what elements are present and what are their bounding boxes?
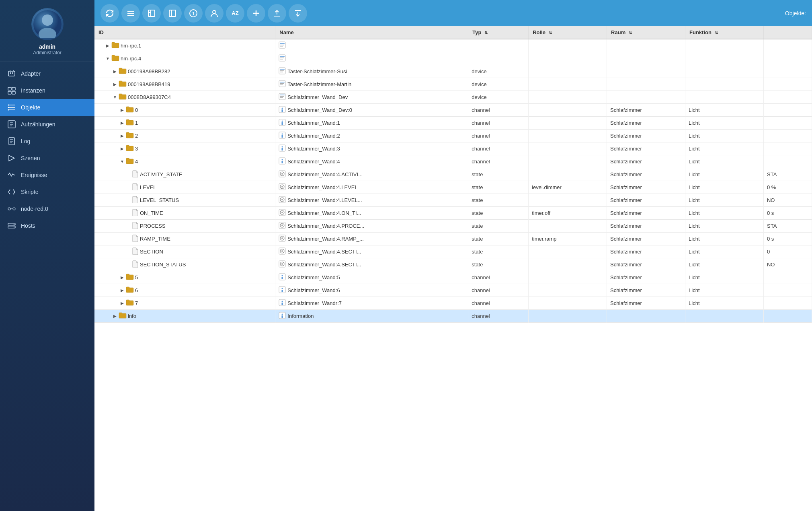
svg-point-16 (8, 107, 9, 108)
collapse-all-button[interactable] (163, 4, 182, 23)
download-button[interactable] (289, 4, 307, 23)
expand-button[interactable]: ▶ (119, 107, 125, 113)
header-typ[interactable]: Typ ⇅ (468, 26, 529, 39)
cell-extra (763, 91, 812, 104)
svg-rect-57 (280, 84, 283, 85)
cell-type: channel (468, 142, 529, 155)
cell-id: ▼ hm-rpc.4 (94, 52, 275, 65)
expand-button[interactable]: ▶ (119, 133, 125, 139)
cell-type: channel (468, 130, 529, 142)
table-row[interactable]: ▶ 5 Schlafzimmer_Wand:5channelSchlafzimm… (94, 271, 812, 284)
add-button[interactable] (247, 4, 265, 23)
table-row[interactable]: ACTIVITY_STATE Schlafzimmer_Wand:4.ACTIV… (94, 168, 812, 181)
objects-table-container[interactable]: ID Name Typ ⇅ Rolle ⇅ (94, 26, 812, 511)
expand-button[interactable]: ▶ (112, 69, 118, 74)
info-icon (279, 119, 286, 127)
header-funktion[interactable]: Funktion ⇅ (685, 26, 764, 39)
sidebar-item-instanzen[interactable]: Instanzen (0, 82, 94, 99)
cell-extra: NO (763, 194, 812, 207)
person-button[interactable] (205, 4, 224, 23)
row-name-text: Schlafzimmer_Wand:4.RAMP_... (287, 236, 364, 242)
expand-button[interactable]: ▼ (112, 95, 118, 100)
cell-type: state (468, 258, 529, 271)
table-row[interactable]: ▶ 0 Schlafzimmer_Wand_Dev:0channelSchlaf… (94, 104, 812, 117)
expand-button[interactable]: ▶ (119, 288, 125, 293)
cell-extra (763, 65, 812, 78)
expand-button[interactable]: ▼ (119, 159, 125, 165)
table-row[interactable]: ON_TIME Schlafzimmer_Wand:4.ON_TI...stat… (94, 207, 812, 220)
table-row[interactable]: ▶ 000198A98BB419 Taster-Schlafzimmer-Mar… (94, 78, 812, 91)
row-name-text: Schlafzimmer_Wand:4.SECTI... (287, 249, 361, 255)
cell-extra: NO (763, 258, 812, 271)
expand-button[interactable]: ▶ (112, 82, 118, 87)
table-row[interactable]: ▶ 7 Schlafzimmer_Wandr:7channelSchlafzim… (94, 297, 812, 310)
table-row[interactable]: LEVEL Schlafzimmer_Wand:4.LEVELstateleve… (94, 181, 812, 194)
table-row[interactable]: ▼ 4 Schlafzimmer_Wand:4channelSchlafzimm… (94, 155, 812, 168)
sidebar-item-label-aufzaehlungen: Aufzählungen (21, 121, 55, 128)
table-row[interactable]: ▶ 1 Schlafzimmer_Wand:1channelSchlafzimm… (94, 117, 812, 130)
expand-button[interactable]: ▼ (105, 56, 111, 62)
svg-rect-8 (8, 87, 11, 90)
table-row[interactable]: SECTION Schlafzimmer_Wand:4.SECTI...stat… (94, 245, 812, 258)
sidebar-item-aufzaehlungen[interactable]: Aufzählungen (0, 116, 94, 133)
expand-button[interactable]: ▶ (105, 43, 111, 49)
cell-extra (763, 117, 812, 130)
sidebar-item-label-instanzen: Instanzen (21, 87, 45, 94)
table-row[interactable]: ▶ 3 Schlafzimmer_Wand:3channelSchlafzimm… (94, 142, 812, 155)
svg-rect-43 (280, 43, 285, 44)
file-icon (132, 170, 139, 179)
sidebar-item-hosts[interactable]: Hosts (0, 217, 94, 234)
expand-all-button[interactable] (142, 4, 161, 23)
header-raum[interactable]: Raum ⇅ (607, 26, 685, 39)
svg-rect-3 (8, 71, 15, 76)
table-row[interactable]: ▶ 2 Schlafzimmer_Wand:2channelSchlafzimm… (94, 130, 812, 142)
sidebar-item-szenen[interactable]: Szenen (0, 150, 94, 167)
svg-point-100 (281, 263, 283, 265)
cell-func: Licht (685, 130, 764, 142)
expand-button[interactable]: ▶ (119, 275, 125, 280)
cell-type: state (468, 168, 529, 181)
list-button[interactable] (121, 4, 140, 23)
sidebar-item-objekte[interactable]: Objekte (0, 99, 94, 116)
header-rolle[interactable]: Rolle ⇅ (529, 26, 607, 39)
table-row[interactable]: RAMP_TIME Schlafzimmer_Wand:4.RAMP_...st… (94, 233, 812, 245)
cell-type: state (468, 181, 529, 194)
row-id-text: SECTION_STATUS (140, 262, 186, 268)
table-row[interactable]: SECTION_STATUS Schlafzimmer_Wand:4.SECTI… (94, 258, 812, 271)
sidebar-item-nodered[interactable]: node-red.0 (0, 200, 94, 217)
table-row[interactable]: ▼ 0008D8A99307C4 Schlafzimmer_Wand_Devde… (94, 91, 812, 104)
cell-room: Schlafzimmer (607, 245, 685, 258)
refresh-button[interactable] (100, 4, 119, 23)
cell-id: SECTION (94, 245, 275, 258)
cell-id: ▶ 000198A98BB282 (94, 65, 275, 78)
number-button[interactable]: 1 (184, 4, 203, 23)
sort-az-button[interactable]: AZ (226, 4, 244, 23)
expand-button[interactable]: ▶ (119, 301, 125, 306)
table-row[interactable]: ▼ hm-rpc.4 (94, 52, 812, 65)
expand-button[interactable]: ▶ (119, 120, 125, 126)
sidebar-item-adapter[interactable]: Adapter (0, 65, 94, 82)
user-profile: admin Administrator (0, 0, 94, 62)
sidebar-item-skripte[interactable]: Skripte (0, 183, 94, 200)
table-row[interactable]: ▶ info Informationchannel (94, 310, 812, 323)
table-row[interactable]: ▶ 6 Schlafzimmer_Wand:6channelSchlafzimm… (94, 284, 812, 297)
row-id-text: 1 (135, 120, 138, 126)
cell-func: Licht (685, 194, 764, 207)
state-icon (279, 222, 286, 230)
file-icon (132, 235, 139, 243)
row-id-text: LEVEL (140, 184, 156, 190)
doc-icon (279, 93, 286, 101)
sidebar-item-ereignisse[interactable]: Ereignisse (0, 167, 94, 183)
upload-button[interactable] (268, 4, 286, 23)
expand-button[interactable]: ▶ (112, 313, 118, 319)
expand-button[interactable]: ▶ (119, 146, 125, 152)
table-row[interactable]: LEVEL_STATUS Schlafzimmer_Wand:4.LEVEL..… (94, 194, 812, 207)
cell-room: Schlafzimmer (607, 194, 685, 207)
table-row[interactable]: ▶ hm-rpc.1 (94, 39, 812, 52)
cell-type: channel (468, 155, 529, 168)
table-row[interactable]: ▶ 000198A98BB282 Taster-Schlafzimmer-Sus… (94, 65, 812, 78)
svg-rect-7 (12, 72, 13, 74)
table-row[interactable]: PROCESS Schlafzimmer_Wand:4.PROCE...stat… (94, 220, 812, 233)
nodered-icon (7, 204, 16, 213)
sidebar-item-log[interactable]: Log (0, 133, 94, 150)
